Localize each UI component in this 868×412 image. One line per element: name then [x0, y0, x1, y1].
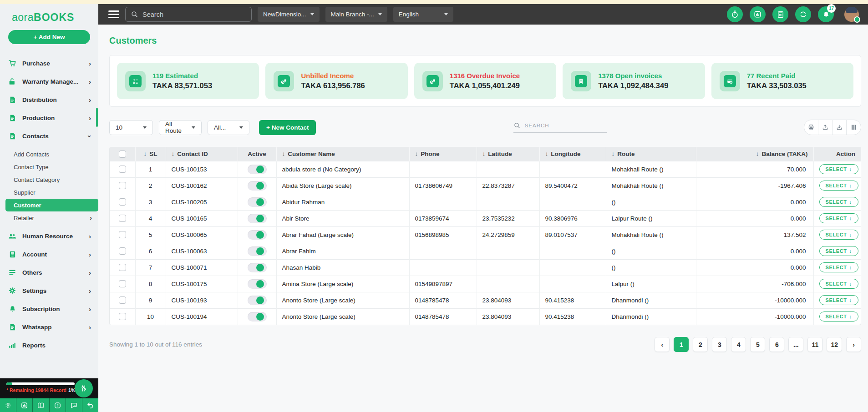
row-checkbox[interactable] [119, 313, 126, 320]
add-new-button[interactable]: + Add New [8, 30, 90, 44]
row-select-button[interactable]: SELECT [819, 197, 858, 207]
row-select-button[interactable]: SELECT [819, 246, 858, 256]
page-button[interactable]: 6 [769, 337, 784, 352]
route-filter-select[interactable]: All Route [159, 120, 202, 135]
page-button[interactable]: ‹ [655, 337, 670, 352]
page-button[interactable]: 1 [674, 337, 689, 352]
row-select-button[interactable]: SELECT [819, 181, 858, 191]
card-open-invoices[interactable]: 1378 Open invoicesTAKA 1,092,484.349 [563, 63, 705, 99]
calculator-button[interactable] [772, 6, 788, 22]
active-toggle[interactable] [248, 246, 267, 256]
header-phone[interactable]: Phone [409, 147, 477, 161]
row-select-button[interactable]: SELECT [819, 279, 858, 289]
page-button[interactable]: 11 [807, 337, 822, 352]
chat-shortcut-button[interactable] [66, 398, 82, 412]
user-avatar[interactable] [844, 7, 859, 22]
submenu-item[interactable]: Retailer › [0, 211, 98, 224]
sidebar-item-purchase[interactable]: Purchase › [0, 54, 98, 72]
row-checkbox[interactable] [119, 215, 126, 222]
submenu-item[interactable]: Contact Category [0, 173, 98, 186]
page-button[interactable]: 4 [731, 337, 746, 352]
sidebar-item-whatsapp[interactable]: Whatsapp › [0, 318, 98, 336]
language-dropdown[interactable]: English [393, 7, 453, 22]
sidebar-item-production[interactable]: Production › [0, 109, 98, 127]
timer-button[interactable] [727, 6, 743, 22]
active-toggle[interactable] [248, 312, 267, 322]
page-button[interactable]: › [846, 337, 861, 352]
header-customer-name[interactable]: Customer Name [276, 147, 409, 161]
hamburger-menu-icon[interactable] [108, 10, 119, 18]
sidebar-item-human-resource[interactable]: Human Resource › [0, 227, 98, 245]
header-select-all[interactable] [110, 147, 135, 161]
notifications-button[interactable]: 17 [818, 6, 834, 22]
columns-button[interactable] [847, 120, 861, 135]
submenu-item[interactable]: Add Contacts [0, 148, 98, 161]
scan-button[interactable] [795, 6, 811, 22]
row-checkbox[interactable] [119, 198, 126, 206]
download-button[interactable] [832, 120, 847, 135]
settings-shortcut-button[interactable] [0, 398, 16, 412]
row-checkbox[interactable] [119, 182, 126, 189]
sidebar-item-others[interactable]: Others › [0, 263, 98, 281]
active-toggle[interactable] [248, 263, 267, 272]
table-search[interactable] [513, 122, 607, 133]
row-select-button[interactable]: SELECT [819, 312, 858, 322]
select-all-checkbox[interactable] [119, 151, 126, 158]
sidebar-item-account[interactable]: Account › [0, 245, 98, 263]
submenu-item[interactable]: Customer [5, 199, 98, 211]
sidebar-item-contacts[interactable]: Contacts › [0, 127, 98, 145]
active-toggle[interactable] [248, 279, 267, 289]
page-button[interactable]: 12 [827, 337, 842, 352]
global-search-input[interactable] [142, 11, 246, 18]
analytics-button[interactable] [750, 6, 766, 22]
row-select-button[interactable]: SELECT [819, 213, 858, 223]
row-checkbox[interactable] [119, 296, 126, 304]
active-toggle[interactable] [248, 181, 267, 191]
chart-shortcut-button[interactable] [16, 398, 33, 412]
submenu-item[interactable]: Contact Type [0, 161, 98, 173]
card-unbilled-income[interactable]: Unbilled IncomeTAKA 613,956.786 [265, 63, 407, 99]
header-longitude[interactable]: Longitude [539, 147, 606, 161]
page-button[interactable]: 5 [750, 337, 765, 352]
active-toggle[interactable] [248, 214, 267, 223]
sidebar-item-distribution[interactable]: Distribution › [0, 90, 98, 109]
card-recent-paid[interactable]: 77 Recent PaidTAKA 33,503.035 [711, 63, 853, 99]
page-button[interactable]: 2 [693, 337, 708, 352]
card-estimated[interactable]: 119 EstimatedTAKA 83,571.053 [117, 63, 259, 99]
row-select-button[interactable]: SELECT [819, 230, 858, 240]
page-button[interactable]: ... [788, 337, 803, 352]
new-contact-button[interactable]: + New Contact [259, 120, 316, 135]
sidebar-item-subscription[interactable]: Subscription › [0, 300, 98, 318]
header-route[interactable]: Route [606, 147, 696, 161]
card-overdue-invoice[interactable]: 1316 Overdue InvoiceTAKA 1,055,401.249 [414, 63, 556, 99]
submenu-item[interactable]: Supplier [0, 186, 98, 199]
sidebar-item-warranty[interactable]: Warranty Manage... › [0, 72, 98, 90]
company-dropdown[interactable]: NewDimensio... [258, 7, 320, 22]
branch-dropdown[interactable]: Main Branch -... [325, 7, 387, 22]
row-select-button[interactable]: SELECT [819, 295, 858, 305]
docs-shortcut-button[interactable] [33, 398, 49, 412]
export-button[interactable] [818, 120, 832, 135]
global-search[interactable] [125, 7, 252, 22]
header-sl[interactable]: SL [135, 147, 166, 161]
row-select-button[interactable]: SELECT [819, 164, 858, 174]
row-checkbox[interactable] [119, 264, 126, 271]
sidebar-item-settings[interactable]: Settings › [0, 281, 98, 300]
row-checkbox[interactable] [119, 231, 126, 238]
row-select-button[interactable]: SELECT [819, 262, 858, 272]
row-checkbox[interactable] [119, 166, 126, 173]
row-checkbox[interactable] [119, 247, 126, 255]
category-filter-select[interactable]: All... [208, 120, 249, 135]
active-toggle[interactable] [248, 197, 267, 207]
active-toggle[interactable] [248, 230, 267, 240]
table-search-input[interactable] [525, 123, 607, 128]
active-toggle[interactable] [248, 165, 267, 174]
print-button[interactable] [804, 120, 818, 135]
undo-shortcut-button[interactable] [82, 398, 98, 412]
row-checkbox[interactable] [119, 280, 126, 287]
header-contact-id[interactable]: Contact ID [166, 147, 238, 161]
page-button[interactable]: 3 [712, 337, 727, 352]
sidebar-scrollbar[interactable] [96, 108, 98, 127]
header-balance[interactable]: Balance (TAKA) [696, 147, 813, 161]
sidebar-item-reports[interactable]: Reports [0, 336, 98, 354]
